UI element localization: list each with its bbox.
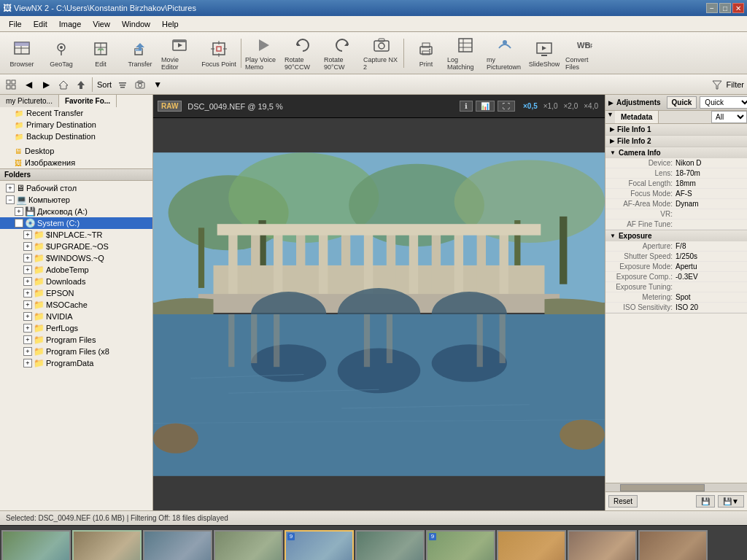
info-button[interactable]: ℹ: [460, 101, 473, 112]
tree-expand-perflogs[interactable]: +: [23, 324, 32, 332]
nav-backup-destination[interactable]: 📁 Backup Destination: [0, 131, 152, 142]
menu-help[interactable]: Help: [156, 18, 185, 30]
filmstrip-item-86[interactable]: DSC...86.M: [638, 530, 708, 561]
filmstrip-item-49[interactable]: 9 DSC_49.NEF: [285, 530, 354, 561]
fit-button[interactable]: ⛶: [498, 101, 515, 112]
filmstrip-item-67[interactable]: 9 DSC...67.NEF: [426, 530, 495, 561]
tree-expand-upgrade[interactable]: +: [23, 242, 32, 251]
meta-collapse-icon[interactable]: ▼: [607, 111, 614, 123]
filmstrip-item-36[interactable]: ✓ DSC...36.NEF: [72, 530, 142, 561]
meta-filter-select[interactable]: All Basic EXIF: [711, 111, 747, 123]
tree-expand-computer[interactable]: −: [6, 195, 15, 204]
capture-nx2-button[interactable]: Capture NX 2: [363, 35, 400, 71]
file-info-2-header[interactable]: ▶ File Info 2: [605, 136, 747, 147]
tree-expand-nvidia[interactable]: +: [23, 312, 32, 321]
print-button[interactable]: Print: [407, 35, 445, 71]
nav-images[interactable]: 🖼 Изображения: [0, 157, 152, 168]
nav-recent-transfer[interactable]: 📁 Recent Transfer: [0, 107, 152, 119]
meta-hscrollbar[interactable]: [605, 483, 747, 491]
adj-collapse-icon[interactable]: ▶: [608, 99, 614, 106]
tree-expand-inplace[interactable]: +: [23, 230, 32, 239]
rotate-cw-button[interactable]: Rotate 90°CW: [323, 35, 361, 71]
edit-button[interactable]: Edit: [82, 35, 120, 71]
tree-item-computer[interactable]: − 💻 Компьютер: [0, 194, 152, 206]
filmstrip-item-43[interactable]: DSC...43.NEF: [214, 530, 283, 561]
tree-item-program-files[interactable]: + 📁 Program Files: [0, 334, 152, 346]
adj-tab-quick[interactable]: Quick: [667, 96, 697, 109]
tree-item-program-files-x86[interactable]: + 📁 Program Files (x8: [0, 346, 152, 357]
save-as-button[interactable]: 💾▼: [718, 495, 744, 508]
tree-item-desktop[interactable]: + 🖥 Рабочий стол: [0, 182, 152, 194]
tree-item-perflogs[interactable]: + 📁 PerfLogs: [0, 322, 152, 334]
tree-item-upgrade[interactable]: + 📁 $UPGRADE.~OS: [0, 241, 152, 252]
tree-item-epson[interactable]: + 📁 EPSON: [0, 287, 152, 299]
menu-edit[interactable]: Edit: [28, 18, 53, 30]
view-grid-button[interactable]: [3, 77, 19, 93]
geotag-button[interactable]: GeoTag: [42, 35, 80, 71]
filmstrip-item-79[interactable]: DSC_0079.jpg: [497, 530, 566, 561]
transfer-button[interactable]: Transfer: [121, 35, 159, 71]
focus-point-button[interactable]: Focus Point: [200, 35, 238, 71]
reset-button[interactable]: Reset: [608, 495, 638, 508]
zoom-4x-button[interactable]: ×4,0: [581, 101, 600, 111]
tree-item-nvidia[interactable]: + 📁 NVIDIA: [0, 311, 152, 322]
tree-item-programdata[interactable]: + 📁 ProgramData: [0, 357, 152, 369]
filmstrip-item-80[interactable]: DSC...80.NEF: [568, 530, 637, 561]
log-matching-button[interactable]: Log Matching: [446, 35, 484, 71]
save-adjustments-button[interactable]: 💾: [696, 495, 715, 508]
folder-tree[interactable]: + 🖥 Рабочий стол − 💻 Компьютер + 💾 Диско…: [0, 181, 152, 510]
slideshow-button[interactable]: SlideShow: [525, 35, 563, 71]
my-picturetown-button[interactable]: my Picturetown: [486, 35, 524, 71]
tree-item-downloads[interactable]: + 📁 Downloads: [0, 276, 152, 287]
metadata-tab[interactable]: Metadata: [615, 111, 659, 123]
zoom-1x-button[interactable]: ×1,0: [541, 101, 560, 111]
filmstrip-item-42[interactable]: DSC...42.NEF: [143, 530, 212, 561]
movie-editor-button[interactable]: Movie Editor: [160, 35, 198, 71]
sort-options-button[interactable]: [115, 77, 131, 93]
tree-item-msocache[interactable]: + 📁 MSOCache: [0, 299, 152, 311]
home-button[interactable]: [55, 77, 71, 93]
tree-expand-system-c[interactable]: −: [15, 219, 23, 228]
close-button[interactable]: ✕: [732, 3, 744, 13]
rotate-ccw-button[interactable]: Rotate 90°CCW: [284, 35, 322, 71]
minimize-button[interactable]: −: [706, 3, 718, 13]
play-voice-button[interactable]: Play Voice Memo: [244, 35, 282, 71]
menu-window[interactable]: Window: [116, 18, 156, 30]
histogram-button[interactable]: 📊: [476, 101, 495, 112]
tree-expand-epson[interactable]: +: [23, 289, 32, 298]
camera-info-header[interactable]: ▼ Camera Info: [605, 147, 747, 158]
zoom-2x-button[interactable]: ×2,0: [562, 101, 581, 111]
nav-primary-destination[interactable]: 📁 Primary Destination: [0, 119, 152, 131]
tree-expand-program-files-x86[interactable]: +: [23, 347, 32, 356]
filter-icon-button[interactable]: [709, 77, 725, 93]
tree-expand-windows[interactable]: +: [23, 254, 32, 262]
tree-expand-programdata[interactable]: +: [23, 359, 32, 368]
file-info-1-header[interactable]: ▶ File Info 1: [605, 124, 747, 135]
tree-item-system-c[interactable]: − 💿 System (C:): [0, 217, 152, 229]
image-viewer[interactable]: [153, 118, 605, 510]
sort-dropdown-button[interactable]: ▼: [150, 77, 166, 93]
tree-expand-program-files[interactable]: +: [23, 335, 32, 344]
tree-expand-downloads[interactable]: +: [23, 277, 32, 286]
filmstrip-item-27[interactable]: 27.NEF: [1, 530, 71, 561]
tree-expand-desktop[interactable]: +: [6, 184, 15, 192]
tree-item-windows[interactable]: + 📁 $WINDOWS.~Q: [0, 252, 152, 264]
tree-expand-adobetemp[interactable]: +: [23, 265, 32, 274]
browser-button[interactable]: Browser: [3, 35, 41, 71]
nav-tab-mypicturetown[interactable]: my Pictureto...: [0, 95, 59, 107]
exposure-header[interactable]: ▼ Exposure: [605, 230, 747, 241]
nav-forward-button[interactable]: ▶: [38, 77, 54, 93]
adj-mode-select[interactable]: Quick Advanced: [700, 96, 747, 109]
tree-item-adobetemp[interactable]: + 📁 AdobeTemp: [0, 264, 152, 276]
camera-sort-button[interactable]: [132, 77, 148, 93]
up-button[interactable]: [73, 77, 89, 93]
menu-file[interactable]: File: [3, 18, 28, 30]
nav-desktop[interactable]: 🖥 Desktop: [0, 145, 152, 157]
zoom-half-button[interactable]: ×0,5: [521, 101, 540, 111]
nav-back-button[interactable]: ◀: [20, 77, 36, 93]
nav-tab-favorite[interactable]: Favorite Fo...: [59, 95, 117, 107]
meta-hscroll-thumb[interactable]: [620, 484, 705, 491]
menu-image[interactable]: Image: [53, 18, 88, 30]
tree-item-drive-a[interactable]: + 💾 Дисковод (A:): [0, 206, 152, 217]
convert-files-button[interactable]: WBTIF Convert Files: [565, 35, 603, 71]
